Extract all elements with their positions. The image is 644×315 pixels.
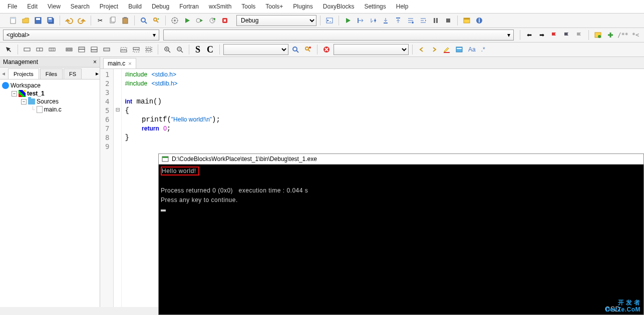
replace-icon[interactable] [151,15,162,26]
open-icon[interactable] [20,15,31,26]
menu-view[interactable]: View [43,1,66,12]
zoom-out-icon[interactable] [174,44,185,55]
menu-debug[interactable]: Debug [147,1,174,12]
menu-help[interactable]: Help [391,1,414,12]
file-node[interactable]: └main.c [2,106,98,114]
scope-global-combo[interactable]: <global>▾ [3,30,159,40]
build-run-icon[interactable] [194,15,205,26]
block-container-icon[interactable] [143,44,154,55]
abort-icon[interactable] [219,15,230,26]
console-titlebar[interactable]: D:\CodeBlocksWorkPlace\test_1\bin\Debug\… [159,154,643,164]
save-all-icon[interactable] [45,15,56,26]
save-icon[interactable] [33,15,44,26]
highlight-icon[interactable] [441,44,452,55]
flag-dark-icon[interactable] [561,30,572,40]
info-icon[interactable]: i [474,15,485,26]
menu-doxyblocks[interactable]: DoxyBlocks [318,1,360,12]
menu-fortran[interactable]: Fortran [174,1,204,12]
search-opts-icon[interactable] [302,44,313,55]
selection-icon[interactable] [454,44,465,55]
match-case-icon[interactable]: Aa [466,44,478,55]
source-c-icon[interactable]: C [204,44,216,55]
folder-node[interactable]: −Sources [2,98,98,106]
menu-tools[interactable]: Tools [236,1,260,12]
break-debugger-icon[interactable] [430,15,441,26]
nav-fwd-icon[interactable] [429,44,440,55]
editor-tab-main[interactable]: main.c × [103,58,136,68]
new-file-icon[interactable] [8,15,19,26]
next-bookmark-icon[interactable]: ➡ [536,30,547,40]
menu-edit[interactable]: Edit [22,1,43,12]
find-icon[interactable] [138,15,149,26]
search-combo[interactable] [223,44,288,55]
menu-project[interactable]: Project [95,1,123,12]
select-block-icon[interactable] [47,44,58,55]
build-icon[interactable] [169,15,180,26]
source-s-icon[interactable]: S [193,44,203,55]
loop2-icon[interactable] [76,44,87,55]
cut-icon[interactable]: ✂ [95,15,106,26]
tab-fsymbols[interactable]: FS [64,68,82,79]
svg-point-59 [293,47,297,51]
tab-files[interactable]: Files [40,68,63,79]
comment-block-icon[interactable]: /** [617,30,628,40]
undo-icon[interactable] [64,15,75,26]
svg-rect-44 [79,47,85,50]
select-icon[interactable] [3,44,14,55]
collapse-icon[interactable]: − [21,99,27,104]
block-after-icon[interactable] [131,44,142,55]
menu-file[interactable]: File [3,1,22,12]
tab-projects[interactable]: Projects [8,68,39,79]
flag-red-icon[interactable] [549,30,560,40]
step-into-instr-icon[interactable] [418,15,429,26]
loop3-icon[interactable] [89,44,100,55]
thread-combo[interactable] [334,44,409,55]
step-out-icon[interactable] [393,15,404,26]
paste-icon[interactable] [120,15,131,26]
run-icon[interactable] [182,15,193,26]
menu-plugins[interactable]: Plugins [288,1,317,12]
project-node[interactable]: −test_1 [2,90,98,98]
fold-column[interactable]: ⊟ [114,69,122,307]
nav-left-icon[interactable]: ◂ [0,69,7,78]
loop1-icon[interactable] [64,44,75,55]
step-into-icon[interactable] [380,15,391,26]
menu-settings[interactable]: Settings [359,1,391,12]
decision-icon[interactable] [34,44,45,55]
comment-line-icon[interactable]: *< [630,30,641,40]
run-to-cursor-icon[interactable] [355,15,366,26]
management-header: Management × [0,57,100,68]
clear-icon[interactable] [321,44,332,55]
insert-icon[interactable] [605,30,616,40]
nav-right-icon[interactable]: ▸ [95,69,100,78]
doxyblock-icon[interactable] [592,30,603,40]
block-before-icon[interactable] [118,44,129,55]
debug-continue-icon[interactable] [343,15,354,26]
zoom-in-icon[interactable] [162,44,173,55]
show-terminal-icon[interactable] [324,15,335,26]
menu-search[interactable]: Search [66,1,95,12]
scope-member-combo[interactable]: ▾ [163,30,514,40]
workspace-node[interactable]: Workspace [2,82,98,90]
flag-gray-icon[interactable] [574,30,585,40]
nav-back-icon[interactable] [416,44,427,55]
rebuild-icon[interactable] [207,15,218,26]
prev-bookmark-icon[interactable]: ⬅ [524,30,535,40]
debug-windows-icon[interactable] [461,15,472,26]
next-line-icon[interactable] [368,15,379,26]
menu-tools+[interactable]: Tools+ [260,1,288,12]
regex-icon[interactable]: .* [479,44,487,55]
menu-wxsmith[interactable]: wxSmith [204,1,236,12]
stop-debugger-icon[interactable] [443,15,454,26]
counting-loop-icon[interactable] [101,44,112,55]
redo-icon[interactable] [76,15,87,26]
menu-build[interactable]: Build [123,1,147,12]
search-go-icon[interactable] [290,44,301,55]
copy-icon[interactable] [107,15,118,26]
build-target-combo[interactable]: Debug [236,15,316,26]
collapse-icon[interactable]: − [12,91,17,96]
close-tab-icon[interactable]: × [128,60,131,66]
close-icon[interactable]: × [93,58,97,66]
next-instr-icon[interactable] [405,15,416,26]
instr-icon[interactable] [22,44,33,55]
